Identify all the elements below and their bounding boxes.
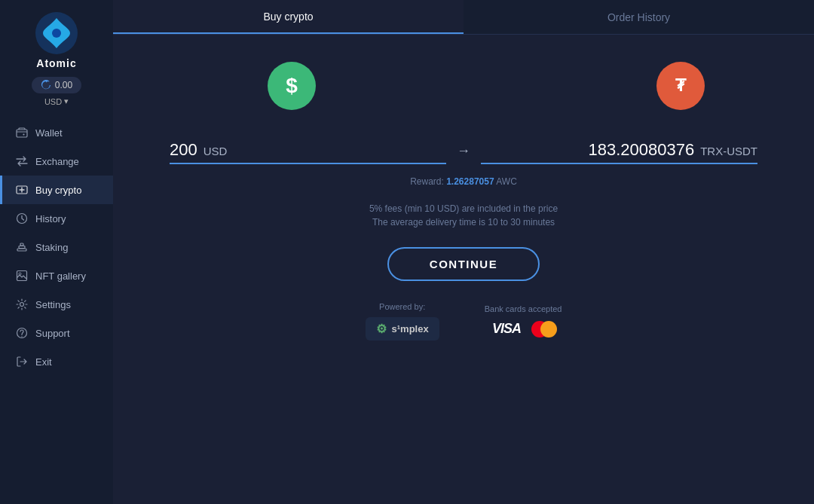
exit-label: Exit <box>35 356 52 368</box>
cards-icons: VISA <box>488 319 558 338</box>
simplex-gear-icon: ⚙ <box>376 322 387 336</box>
nft-label: NFT gallery <box>35 270 86 282</box>
usd-icon: $ <box>268 62 316 110</box>
powered-by-section: Powered by: ⚙ s¹mplex <box>366 302 439 341</box>
settings-label: Settings <box>35 299 71 310</box>
wallet-label: Wallet <box>35 127 63 139</box>
currency-label[interactable]: USD ▾ <box>44 96 69 106</box>
from-amount-value: 200 <box>170 140 197 160</box>
sidebar-item-exit[interactable]: Exit <box>0 347 113 376</box>
wallet-icon <box>16 127 28 139</box>
app-name: Atomic <box>36 57 76 69</box>
tab-buy-crypto[interactable]: Buy crypto <box>113 0 464 34</box>
reward-currency: AWC <box>496 176 517 187</box>
buy-crypto-content: $ ₮ 200 USD → 183.20080376 TRX-USDT Rewa… <box>113 35 814 504</box>
to-currency-tag: TRX-USDT <box>700 145 757 157</box>
atomic-logo-icon <box>35 12 78 54</box>
fee-info: 5% fees (min 10 USD) are included in the… <box>369 203 558 231</box>
sidebar: Atomic 0.00 USD ▾ Wallet Exchange <box>0 0 113 504</box>
currency-icons-row: $ ₮ <box>170 57 757 115</box>
main-content: Buy crypto Order History $ ₮ 200 USD → 1… <box>113 0 814 504</box>
staking-label: Staking <box>35 242 68 253</box>
support-icon <box>16 327 28 339</box>
history-icon <box>16 212 28 225</box>
to-amount-group: 183.20080376 TRX-USDT <box>481 140 757 164</box>
sidebar-item-settings[interactable]: Settings <box>0 290 113 319</box>
sidebar-item-wallet[interactable]: Wallet <box>0 118 113 147</box>
nft-icon <box>16 270 28 282</box>
tab-order-history[interactable]: Order History <box>464 0 814 34</box>
arrow-icon: → <box>446 143 481 159</box>
svg-point-9 <box>19 273 21 275</box>
support-label: Support <box>35 328 70 339</box>
powered-by-label: Powered by: <box>379 302 425 311</box>
sidebar-item-history[interactable]: History <box>0 204 113 233</box>
svg-rect-2 <box>17 130 27 137</box>
sidebar-item-nft-gallery[interactable]: NFT gallery <box>0 261 113 290</box>
staking-icon <box>16 241 28 253</box>
balance-value: 0.00 <box>55 80 72 90</box>
from-amount-group: 200 USD <box>170 140 446 164</box>
visa-logo: VISA <box>488 319 525 338</box>
exchange-label: Exchange <box>35 156 79 167</box>
svg-point-10 <box>20 303 24 307</box>
logo-container: Atomic <box>35 12 78 69</box>
refresh-icon <box>41 80 51 90</box>
sidebar-item-buy-crypto[interactable]: Buy crypto <box>0 176 113 204</box>
mastercard-logo <box>531 320 558 338</box>
svg-rect-5 <box>17 249 26 251</box>
simplex-badge: ⚙ s¹mplex <box>366 317 439 341</box>
settings-icon <box>16 298 28 310</box>
reward-row: Reward: 1.26287057 AWC <box>170 176 757 187</box>
exchange-icon <box>16 155 28 167</box>
sidebar-item-staking[interactable]: Staking <box>0 233 113 261</box>
delivery-note: The average delivery time is 10 to 30 mi… <box>369 217 558 228</box>
to-amount-value: 183.20080376 <box>588 140 694 160</box>
buy-crypto-label: Buy crypto <box>35 185 81 196</box>
svg-rect-6 <box>19 246 25 249</box>
from-input-wrapper: 200 USD <box>170 140 446 164</box>
sidebar-item-exchange[interactable]: Exchange <box>0 147 113 176</box>
sidebar-item-support[interactable]: Support <box>0 319 113 347</box>
from-currency-tag: USD <box>204 145 228 157</box>
powered-row: Powered by: ⚙ s¹mplex Bank cards accepte… <box>366 302 562 341</box>
exchange-row: 200 USD → 183.20080376 TRX-USDT <box>170 140 757 164</box>
bank-cards-label: Bank cards accepted <box>485 304 562 313</box>
reward-amount: 1.26287057 <box>446 176 494 187</box>
exit-icon <box>16 356 28 368</box>
to-input-wrapper: 183.20080376 TRX-USDT <box>481 140 757 164</box>
balance-badge[interactable]: 0.00 <box>32 77 81 93</box>
mastercard-right-circle <box>540 321 557 338</box>
fee-note: 5% fees (min 10 USD) are included in the… <box>369 203 558 214</box>
bank-cards-section: Bank cards accepted VISA <box>485 304 562 338</box>
trx-icon: ₮ <box>656 62 705 110</box>
svg-rect-7 <box>20 243 23 246</box>
svg-point-1 <box>52 29 61 38</box>
simplex-label: s¹mplex <box>392 323 429 334</box>
history-label: History <box>35 213 66 225</box>
nav-menu: Wallet Exchange Buy crypto History <box>0 118 113 376</box>
reward-label: Reward: <box>410 176 444 187</box>
continue-button[interactable]: CONTINUE <box>387 247 540 281</box>
tab-bar: Buy crypto Order History <box>113 0 814 35</box>
buy-crypto-icon <box>16 184 28 196</box>
